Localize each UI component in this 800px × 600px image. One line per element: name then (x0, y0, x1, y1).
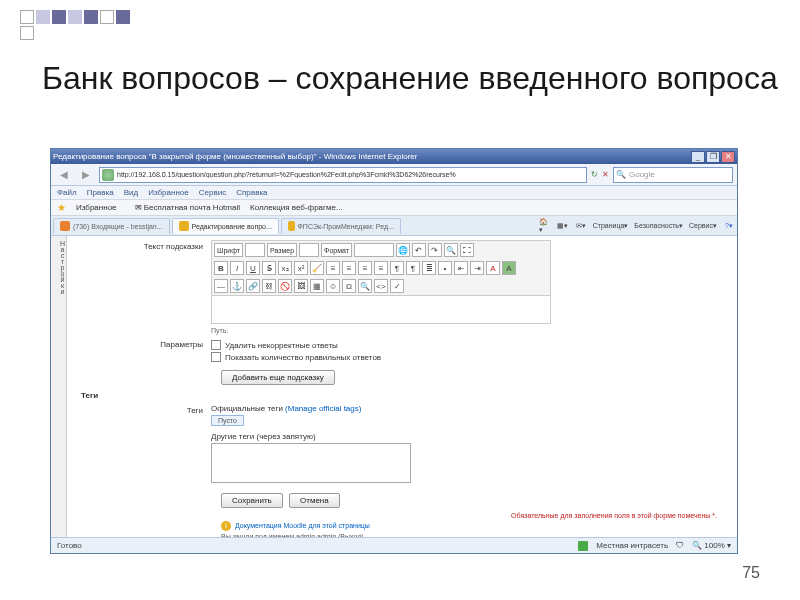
sup-icon[interactable]: x² (294, 261, 308, 275)
rtl-icon[interactable]: ¶ (406, 261, 420, 275)
statusbar: Готово Местная интрасеть 🛡 🔍 100% ▾ (51, 537, 737, 553)
nolink-icon[interactable]: 🚫 (278, 279, 292, 293)
menu-help[interactable]: Справка (236, 188, 267, 197)
tools-menu[interactable]: Сервис▾ (689, 222, 717, 230)
params-label: Параметры (81, 338, 211, 364)
tab-edit-question[interactable]: Редактирование вопро... (172, 218, 279, 234)
align-center-icon[interactable]: ≡ (342, 261, 356, 275)
close-button[interactable]: ✕ (721, 151, 735, 163)
stop-icon[interactable]: ✕ (602, 170, 609, 179)
zoom-control[interactable]: 🔍 100% ▾ (692, 541, 731, 550)
color-icon[interactable]: A (486, 261, 500, 275)
fav-webfrag[interactable]: Коллекция веб-фрагме... (250, 203, 343, 212)
logged-in-info: Вы зашли под именем admin admin (Выход) (221, 533, 727, 537)
tags-label: Теги (81, 404, 211, 485)
unlink-icon[interactable]: ⛓ (262, 279, 276, 293)
mail-icon[interactable]: ✉▾ (575, 220, 587, 232)
menu-file[interactable]: Файл (57, 188, 77, 197)
tags-section-header: Теги (81, 391, 727, 400)
html-icon[interactable]: <> (374, 279, 388, 293)
editor-path: Путь: (211, 327, 727, 334)
other-tags-input[interactable] (211, 443, 411, 483)
font-select[interactable]: Шрифт (214, 243, 243, 257)
fav-hotmail[interactable]: Бесплатная почта Hotmail (144, 203, 240, 212)
add-hint-button[interactable]: Добавить еще подсказку (221, 370, 335, 385)
search-icon[interactable]: 🔍 (358, 279, 372, 293)
menu-edit[interactable]: Правка (87, 188, 114, 197)
clean-icon[interactable]: 🧹 (310, 261, 324, 275)
align-left-icon[interactable]: ≡ (326, 261, 340, 275)
maximize-button[interactable]: ❐ (706, 151, 720, 163)
list-num-icon[interactable]: ≣ (422, 261, 436, 275)
align-right-icon[interactable]: ≡ (358, 261, 372, 275)
hint-label: Текст подсказки (81, 240, 211, 334)
size-select[interactable]: Размер (267, 243, 297, 257)
slide-title: Банк вопросов – сохранение введенного во… (42, 60, 778, 97)
format-select[interactable]: Формат (321, 243, 352, 257)
save-button[interactable]: Сохранить (221, 493, 283, 508)
bgcolor-icon[interactable]: A (502, 261, 516, 275)
feeds-icon[interactable]: ▦▾ (557, 220, 569, 232)
window-title: Редактирование вопроса "В закрытой форме… (53, 152, 417, 161)
underline-icon[interactable]: U (246, 261, 260, 275)
cancel-button[interactable]: Отмена (289, 493, 340, 508)
help-icon[interactable]: ?▾ (723, 220, 735, 232)
menu-view[interactable]: Вид (124, 188, 138, 197)
lang-icon[interactable]: 🌐 (396, 243, 410, 257)
star-icon[interactable]: ★ (57, 202, 66, 213)
strike-icon[interactable]: S̶ (262, 261, 276, 275)
spellcheck-icon[interactable]: ✓ (390, 279, 404, 293)
emoticon-icon[interactable]: ☺ (326, 279, 340, 293)
titlebar: Редактирование вопроса "В закрытой форме… (51, 149, 737, 164)
search-box[interactable]: 🔍 Google (613, 167, 733, 183)
other-tags-label: Другие теги (через запятую) (211, 432, 727, 441)
tab-course[interactable]: ФПСЭк-ПромМенеджм: Ред... (281, 218, 401, 234)
image-icon[interactable]: 🖼 (294, 279, 308, 293)
anchor-icon[interactable]: ⚓ (230, 279, 244, 293)
ltr-icon[interactable]: ¶ (390, 261, 404, 275)
menu-tools[interactable]: Сервис (199, 188, 226, 197)
official-tags-label: Официальные теги (211, 404, 283, 413)
list-bul-icon[interactable]: • (438, 261, 452, 275)
indent-icon[interactable]: ⇥ (470, 261, 484, 275)
forward-button[interactable]: ▶ (77, 166, 95, 184)
globe-icon (102, 169, 114, 181)
tag-empty[interactable]: Пусто (211, 415, 244, 426)
italic-icon[interactable]: I (230, 261, 244, 275)
editor-toolbar: Шрифт Размер Формат 🌐 ↶ ↷ 🔍 ⛶ B (211, 240, 551, 296)
hr-icon[interactable]: — (214, 279, 228, 293)
align-justify-icon[interactable]: ≡ (374, 261, 388, 275)
find-icon[interactable]: 🔍 (444, 243, 458, 257)
manage-tags-link[interactable]: (Manage official tags) (285, 404, 361, 413)
settings-panel[interactable]: Настройки (51, 236, 67, 537)
hint-editor[interactable] (211, 296, 551, 324)
outdent-icon[interactable]: ⇤ (454, 261, 468, 275)
redo-icon[interactable]: ↷ (428, 243, 442, 257)
favorites-label: Избранное (76, 203, 117, 212)
sub-icon[interactable]: x₂ (278, 261, 292, 275)
page-body: Текст подсказки Шрифт Размер Формат 🌐 ↶ … (67, 236, 737, 537)
url-text: http://192.168.0.15/question/question.ph… (117, 171, 456, 178)
status-zone: Местная интрасеть (596, 541, 668, 550)
info-icon: i (221, 521, 231, 531)
moodle-docs-link[interactable]: Документация Moodle для этой страницы (235, 522, 370, 529)
page-menu[interactable]: Страница▾ (593, 222, 629, 230)
home-icon[interactable]: 🏠▾ (539, 220, 551, 232)
checkbox-show-count[interactable] (211, 352, 221, 362)
bold-icon[interactable]: B (214, 261, 228, 275)
tab-bar: (736) Входящие - besstjan... Редактирова… (51, 216, 737, 236)
table-icon[interactable]: ▦ (310, 279, 324, 293)
undo-icon[interactable]: ↶ (412, 243, 426, 257)
char-icon[interactable]: Ω (342, 279, 356, 293)
safety-menu[interactable]: Безопасность▾ (634, 222, 683, 230)
link-icon[interactable]: 🔗 (246, 279, 260, 293)
fullscreen-icon[interactable]: ⛶ (460, 243, 474, 257)
refresh-icon[interactable]: ↻ (591, 170, 598, 179)
address-bar[interactable]: http://192.168.0.15/question/question.ph… (99, 167, 587, 183)
checkbox-delete-incorrect[interactable] (211, 340, 221, 350)
tab-inbox[interactable]: (736) Входящие - besstjan... (53, 218, 170, 234)
minimize-button[interactable]: _ (691, 151, 705, 163)
back-button[interactable]: ◀ (55, 166, 73, 184)
menu-favorites[interactable]: Избранное (148, 188, 189, 197)
chk-show-label: Показать количество правильных ответов (225, 353, 381, 362)
